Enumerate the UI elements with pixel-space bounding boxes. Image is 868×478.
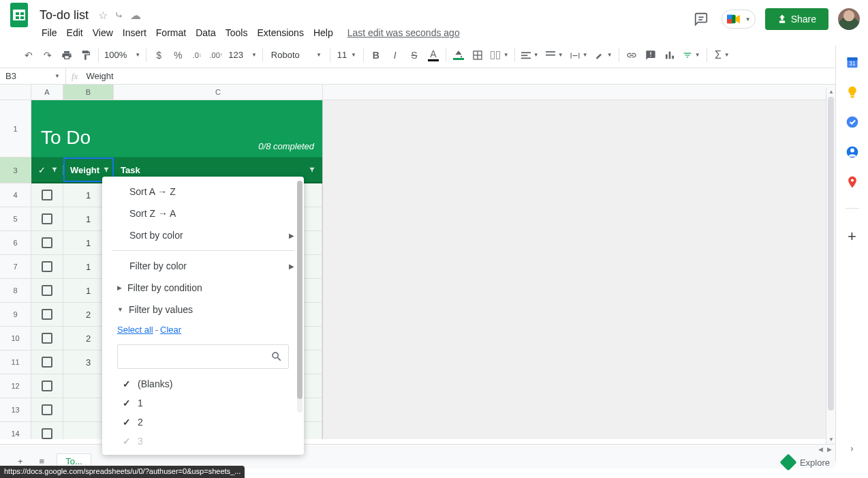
merge-button[interactable]: ▼ <box>487 46 512 64</box>
filter-icon[interactable] <box>103 166 110 173</box>
filter-search-box[interactable] <box>117 344 289 369</box>
undo-button[interactable]: ↶ <box>19 46 38 64</box>
menu-data[interactable]: Data <box>191 25 221 41</box>
link-button[interactable] <box>622 46 641 64</box>
checkbox[interactable] <box>42 380 52 391</box>
filter-value-item[interactable]: ✓3 <box>117 432 289 451</box>
filter-by-condition-item[interactable]: ▶Filter by condition <box>102 277 304 299</box>
menu-insert[interactable]: Insert <box>118 25 151 41</box>
zoom-select[interactable]: 100%▼ <box>102 48 143 61</box>
fill-color-button[interactable] <box>449 46 468 64</box>
checkbox[interactable] <box>42 285 52 296</box>
checkbox[interactable] <box>42 261 52 272</box>
popup-scrollbar[interactable] <box>297 181 303 413</box>
row-header[interactable]: 14 <box>0 422 31 439</box>
row-header[interactable]: 7 <box>0 255 31 279</box>
sort-za-item[interactable]: Sort Z → A <box>102 203 304 224</box>
clear-link[interactable]: Clear <box>160 325 181 335</box>
sheets-logo[interactable] <box>5 1 33 29</box>
bold-button[interactable]: B <box>367 46 386 64</box>
tasks-icon[interactable] <box>846 115 859 129</box>
italic-button[interactable]: I <box>386 46 405 64</box>
row-header[interactable]: 12 <box>0 374 31 398</box>
keep-icon[interactable] <box>846 85 859 99</box>
print-button[interactable] <box>57 46 76 64</box>
add-addon-button[interactable]: + <box>848 228 856 245</box>
filter-value-item[interactable]: ✓1 <box>117 393 289 413</box>
menu-help[interactable]: Help <box>309 25 338 41</box>
strikethrough-button[interactable]: S <box>405 46 424 64</box>
h-align-button[interactable]: ▼ <box>518 46 542 64</box>
borders-button[interactable] <box>468 46 487 64</box>
sort-by-color-item[interactable]: Sort by color▶ <box>102 224 304 246</box>
paint-format-button[interactable] <box>76 46 95 64</box>
sort-az-item[interactable]: Sort A → Z <box>102 181 304 203</box>
font-select[interactable]: Roboto▼ <box>266 48 327 61</box>
menu-extensions[interactable]: Extensions <box>252 25 308 41</box>
vertical-scrollbar[interactable]: ▲▼ <box>826 87 835 444</box>
row-header[interactable]: 3 <box>0 158 31 183</box>
menu-tools[interactable]: Tools <box>221 25 253 41</box>
col-header-a[interactable]: A <box>31 85 63 100</box>
row-header[interactable]: 9 <box>0 303 31 327</box>
menu-view[interactable]: View <box>88 25 118 41</box>
filter-value-item[interactable]: ✓2 <box>117 413 289 432</box>
meet-button[interactable]: ▼ <box>722 10 756 29</box>
v-align-button[interactable]: ▼ <box>542 46 567 64</box>
filter-icon[interactable] <box>51 166 58 173</box>
star-icon[interactable]: ☆ <box>98 9 108 22</box>
calendar-icon[interactable]: 31 <box>846 55 859 69</box>
checkbox[interactable] <box>42 333 52 344</box>
select-all-corner[interactable] <box>0 85 31 100</box>
formula-input[interactable]: Weight <box>83 71 868 81</box>
menu-file[interactable]: File <box>37 25 62 41</box>
increase-decimal-button[interactable]: .00↑ <box>206 46 226 64</box>
menu-edit[interactable]: Edit <box>62 25 88 41</box>
checkbox[interactable] <box>42 237 52 248</box>
filter-button[interactable]: ▼ <box>679 46 704 64</box>
col-header-b[interactable]: B <box>63 85 114 100</box>
contacts-icon[interactable] <box>846 145 859 159</box>
checkbox[interactable] <box>42 213 52 224</box>
row-header[interactable]: 6 <box>0 231 31 255</box>
functions-button[interactable]: Σ▼ <box>710 46 734 64</box>
percent-button[interactable]: % <box>168 46 187 64</box>
title-row[interactable]: To Do 0/8 completed <box>31 100 322 158</box>
account-avatar[interactable] <box>838 8 860 30</box>
number-format-select[interactable]: 123▼ <box>226 48 260 61</box>
row-header[interactable]: 11 <box>0 350 31 374</box>
comments-icon[interactable] <box>690 8 712 30</box>
hide-panel-icon[interactable]: › <box>850 443 853 453</box>
rotate-button[interactable]: ▼ <box>591 46 616 64</box>
filter-icon[interactable] <box>309 166 315 173</box>
search-icon[interactable] <box>270 350 283 363</box>
col-header-c[interactable]: C <box>114 85 323 100</box>
comment-button[interactable] <box>641 46 660 64</box>
filter-search-input[interactable] <box>123 352 270 362</box>
row-header[interactable]: 1 <box>0 100 31 158</box>
cloud-icon[interactable]: ☁ <box>130 9 141 22</box>
menu-format[interactable]: Format <box>151 25 191 41</box>
checkbox[interactable] <box>42 190 52 200</box>
share-button[interactable]: Share <box>765 8 828 30</box>
row-header[interactable]: 13 <box>0 398 31 422</box>
move-icon[interactable]: ⤷ <box>114 9 123 22</box>
font-size-select[interactable]: 11▼ <box>333 48 360 61</box>
currency-button[interactable]: $ <box>149 46 168 64</box>
row-header[interactable]: 5 <box>0 207 31 231</box>
checkbox[interactable] <box>42 404 52 415</box>
row-header[interactable]: 4 <box>0 183 31 207</box>
filter-by-values-item[interactable]: ▼Filter by values <box>102 299 304 320</box>
task-header-cell[interactable]: Task <box>114 165 322 175</box>
checkbox[interactable] <box>42 357 52 368</box>
row-header[interactable]: 10 <box>0 327 31 350</box>
last-edit-link[interactable]: Last edit was seconds ago <box>347 27 460 38</box>
explore-button[interactable]: Explore <box>782 456 830 468</box>
text-color-button[interactable]: A <box>424 46 443 64</box>
chart-button[interactable] <box>660 46 679 64</box>
wrap-button[interactable]: ▼ <box>567 46 591 64</box>
checkbox[interactable] <box>42 428 52 439</box>
checkbox[interactable] <box>42 309 52 320</box>
redo-button[interactable]: ↷ <box>38 46 57 64</box>
filter-value-item[interactable]: ✓(Blanks) <box>117 374 289 393</box>
